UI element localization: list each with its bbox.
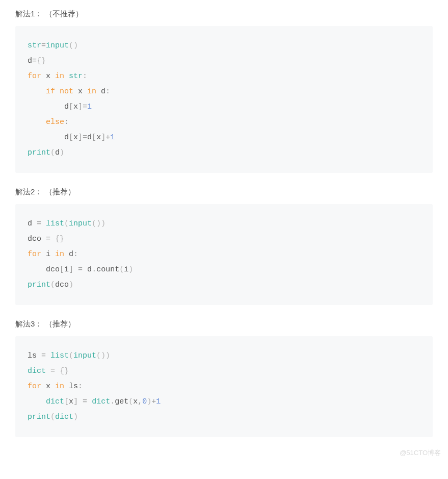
code-block-1: str=input() d={} for x in str: if not x … (15, 26, 433, 173)
code-token (55, 87, 60, 96)
code-token: in (55, 250, 64, 259)
code-token: ) (69, 281, 73, 289)
code-token: : (73, 250, 78, 259)
code-token: : (106, 87, 110, 96)
code-token: x (73, 103, 78, 111)
code-token: str (28, 41, 41, 50)
code-token: i (41, 250, 55, 259)
code-token: ) (60, 148, 64, 157)
code-token: in (55, 72, 64, 81)
code-token: x (133, 397, 138, 406)
code-token: d (83, 265, 92, 274)
code-token: [ (92, 133, 96, 142)
section-label-3: 解法3： （推荐） (15, 319, 433, 329)
code-token: = (32, 57, 37, 65)
code-token: [ (64, 397, 69, 406)
code-token: x (73, 87, 87, 96)
code-token: 1 (110, 133, 115, 142)
code-block-2: d = list(input()) dco = {} for i in d: d… (15, 204, 433, 305)
code-token: = (41, 351, 46, 360)
code-token: list (50, 351, 69, 360)
code-token: ) (147, 397, 151, 406)
code-token: {} (60, 367, 69, 375)
code-token: {} (55, 235, 64, 243)
code-token: d (87, 133, 92, 142)
code-token: + (106, 133, 110, 142)
code-token: not (60, 87, 73, 96)
code-token: d (64, 103, 69, 111)
code-token: ) (128, 265, 133, 274)
code-token: 1 (156, 397, 161, 406)
code-token: str (69, 72, 83, 81)
code-token: i (124, 265, 128, 274)
code-token: = (50, 367, 55, 375)
code-token: d (96, 87, 106, 96)
section-label-1: 解法1： （不推荐） (15, 9, 433, 19)
code-token: in (55, 382, 64, 391)
code-token: else (46, 118, 64, 127)
code-token: count (96, 265, 119, 274)
code-token: ( (119, 265, 124, 274)
code-token: x (96, 133, 101, 142)
code-token: x (41, 382, 55, 391)
code-token: : (83, 72, 87, 81)
code-token: input (69, 219, 92, 228)
code-token: dict (92, 397, 110, 406)
code-token: = (83, 133, 87, 142)
code-token: ( (128, 397, 133, 406)
code-token: list (46, 219, 64, 228)
code-token: = (37, 219, 41, 228)
code-token: . (110, 397, 115, 406)
code-token: for (28, 382, 41, 391)
code-token: ( (50, 281, 55, 289)
code-token: input (46, 41, 69, 50)
code-token: , (138, 397, 142, 406)
code-token: : (78, 382, 83, 391)
code-token (87, 397, 92, 406)
code-token (50, 235, 55, 243)
code-token: d (28, 219, 37, 228)
article-content: 解法1： （不推荐） str=input() d={} for x in str… (0, 0, 448, 462)
code-token: ( (50, 413, 55, 421)
code-token: ( (69, 351, 73, 360)
code-token: ) (73, 413, 78, 421)
code-token: ()) (92, 219, 106, 228)
code-token: [ (69, 103, 73, 111)
code-token: x (73, 133, 78, 142)
code-token: dict (55, 413, 73, 421)
code-token: for (28, 72, 41, 81)
code-token: print (28, 281, 50, 289)
code-token: ls (64, 382, 78, 391)
code-token: : (64, 118, 69, 127)
code-token: ] (78, 133, 83, 142)
code-token: ls (28, 351, 41, 360)
code-token: 0 (142, 397, 147, 406)
code-token: () (69, 41, 78, 50)
code-token: ()) (96, 351, 110, 360)
code-token (55, 367, 60, 375)
code-token: ( (64, 219, 69, 228)
code-token: dco (55, 281, 69, 289)
code-token: {} (37, 57, 46, 65)
code-token: dco (46, 265, 60, 274)
section-label-2: 解法2： （推荐） (15, 187, 433, 197)
code-token (64, 72, 69, 81)
code-token: print (28, 413, 50, 421)
code-token: [ (60, 265, 64, 274)
code-token: = (46, 235, 50, 243)
code-token: d (64, 133, 69, 142)
code-token: ] (78, 103, 83, 111)
code-token: dict (28, 367, 46, 375)
code-token: ] (101, 133, 106, 142)
code-token: in (87, 87, 96, 96)
code-token: ] (73, 397, 78, 406)
code-token: [ (69, 133, 73, 142)
code-token: d (55, 148, 60, 157)
code-token: dict (46, 397, 64, 406)
code-token: + (151, 397, 156, 406)
code-token: d (64, 250, 73, 259)
code-token: d (28, 57, 32, 65)
code-token: ( (50, 148, 55, 157)
code-token: i (64, 265, 69, 274)
code-token: get (115, 397, 128, 406)
